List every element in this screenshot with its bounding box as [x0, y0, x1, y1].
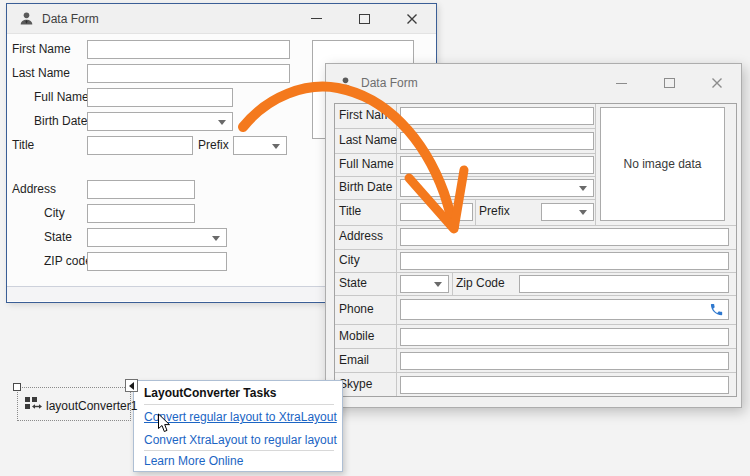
fw-last-name-label: Last Name: [339, 134, 397, 147]
fw-city-input[interactable]: [400, 252, 729, 270]
smart-tag-button[interactable]: [125, 379, 138, 392]
phone-icon[interactable]: [709, 302, 724, 321]
fw-title-input[interactable]: [400, 203, 473, 221]
selection-handle[interactable]: [13, 383, 21, 391]
learn-more-online-link[interactable]: Learn More Online: [144, 454, 243, 468]
back-window-titlebar[interactable]: Data Form: [7, 4, 436, 34]
fw-email-input[interactable]: [400, 352, 729, 370]
bw-last-name-label: Last Name: [12, 67, 70, 80]
grid-line: [335, 153, 595, 154]
popup-header: LayoutConverter Tasks: [144, 386, 277, 400]
front-window-titlebar[interactable]: Data Form: [326, 64, 741, 102]
bw-birth-date-label: Birth Date: [34, 115, 87, 128]
person-icon: [338, 76, 353, 91]
maximize-button[interactable]: [340, 4, 388, 33]
component-name: layoutConverter1: [46, 399, 137, 413]
bw-birth-date-combo[interactable]: [87, 112, 233, 131]
front-window-title: Data Form: [361, 76, 418, 90]
minimize-button[interactable]: [597, 64, 645, 102]
smart-tag-popup: LayoutConverter Tasks Convert regular la…: [133, 380, 343, 472]
fw-prefix-combo[interactable]: [541, 203, 594, 221]
bw-zip-label: ZIP code: [44, 255, 92, 268]
fw-mobile-input[interactable]: [400, 328, 729, 346]
fw-city-label: City: [339, 254, 360, 267]
fw-mobile-label: Mobile: [339, 330, 374, 343]
separator: [144, 404, 334, 405]
grid-line: [335, 199, 595, 200]
grid-line: [475, 199, 476, 225]
fw-state-label: State: [339, 277, 367, 290]
minimize-icon: [616, 83, 627, 84]
fw-prefix-label: Prefix: [479, 205, 510, 218]
grid-line: [335, 128, 595, 129]
bw-state-label: State: [44, 231, 72, 244]
bw-address-label: Address: [12, 183, 56, 196]
grid-line: [396, 104, 397, 396]
bw-state-combo[interactable]: [87, 228, 227, 247]
fw-birth-date-combo[interactable]: [400, 179, 594, 197]
grid-line: [595, 104, 596, 225]
fw-photo-box: No image data: [600, 107, 725, 221]
fw-first-name-label: First Name: [339, 109, 398, 122]
no-image-text: No image data: [623, 157, 701, 171]
fw-address-label: Address: [339, 230, 383, 243]
close-icon: [711, 77, 723, 89]
bw-last-name-input[interactable]: [87, 64, 290, 83]
bw-title-label: Title: [12, 139, 34, 152]
convert-regular-to-xtralayout-link[interactable]: Convert regular layout to XtraLayout: [144, 410, 337, 424]
back-window-title: Data Form: [42, 12, 99, 26]
fw-address-input[interactable]: [400, 228, 729, 246]
fw-full-name-label: Full Name: [339, 158, 394, 171]
maximize-button[interactable]: [645, 64, 693, 102]
maximize-icon: [359, 14, 370, 24]
fw-skype-label: Skype: [339, 378, 372, 391]
bw-city-label: City: [44, 207, 65, 220]
layout-converter-icon: [25, 397, 43, 411]
separator: [144, 450, 334, 451]
grid-line: [452, 272, 453, 295]
fw-zip-label: Zip Code: [456, 277, 505, 290]
convert-xtralayout-to-regular-link[interactable]: Convert XtraLayout to regular layout: [144, 433, 337, 447]
layout-group: First Name Last Name Full Name Birth Dat…: [334, 103, 737, 397]
close-icon: [406, 13, 418, 25]
fw-last-name-input[interactable]: [400, 132, 594, 150]
bw-address-input[interactable]: [87, 180, 195, 199]
bw-first-name-input[interactable]: [87, 40, 290, 59]
bw-full-name-input[interactable]: [87, 88, 233, 107]
bw-full-name-label: Full Name: [34, 91, 89, 104]
fw-skype-input[interactable]: [400, 376, 729, 394]
bw-zip-input[interactable]: [87, 252, 227, 271]
minimize-icon: [311, 18, 322, 19]
front-data-form-window: Data Form First Name Last Name Full Name…: [325, 63, 742, 408]
bw-prefix-combo[interactable]: [233, 136, 287, 155]
fw-email-label: Email: [339, 354, 369, 367]
bw-city-input[interactable]: [87, 204, 195, 223]
grid-line: [335, 176, 595, 177]
bw-prefix-label: Prefix: [198, 139, 229, 152]
fw-phone-label: Phone: [339, 303, 374, 316]
fw-birth-date-label: Birth Date: [339, 181, 392, 194]
minimize-button[interactable]: [292, 4, 340, 33]
bw-title-input[interactable]: [87, 136, 193, 155]
fw-full-name-input[interactable]: [400, 156, 594, 174]
fw-phone-input[interactable]: [400, 299, 729, 320]
maximize-icon: [664, 78, 675, 88]
person-icon: [19, 11, 34, 26]
fw-first-name-input[interactable]: [400, 107, 594, 125]
close-button[interactable]: [693, 64, 741, 102]
fw-title-label: Title: [339, 205, 361, 218]
fw-zip-input[interactable]: [519, 275, 729, 293]
close-button[interactable]: [388, 4, 436, 33]
bw-first-name-label: First Name: [12, 43, 71, 56]
fw-state-combo[interactable]: [400, 275, 449, 293]
